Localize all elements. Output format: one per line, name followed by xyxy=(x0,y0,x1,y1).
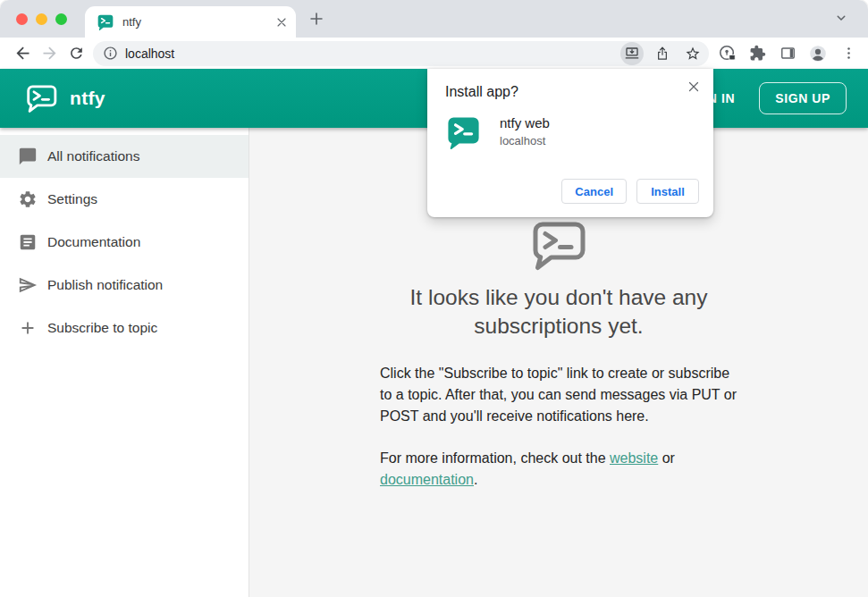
toolbar-extensions-area xyxy=(714,41,861,66)
minimize-window-button[interactable] xyxy=(36,13,47,25)
sidebar-item-subscribe-to-topic[interactable]: Subscribe to topic xyxy=(0,307,249,349)
tab-strip: ntfy xyxy=(0,0,868,38)
sidebar-item-label: Settings xyxy=(47,191,97,207)
browser-toolbar: localhost xyxy=(0,38,868,69)
tab-close-icon[interactable] xyxy=(274,15,289,29)
install-app-dialog: Install app? ntfy web localhost Cancel I… xyxy=(427,69,713,217)
address-bar[interactable]: localhost xyxy=(93,41,709,66)
sidebar-item-label: Documentation xyxy=(47,234,140,250)
dialog-app-origin: localhost xyxy=(500,134,550,147)
plus-icon xyxy=(18,318,38,338)
cancel-button[interactable]: Cancel xyxy=(561,179,627,204)
info-text: or xyxy=(658,450,675,466)
empty-state-info: For more information, check out the webs… xyxy=(380,448,737,491)
sidebar-item-label: Subscribe to topic xyxy=(47,320,157,336)
send-icon xyxy=(18,275,38,295)
chat-bubble-icon xyxy=(18,147,38,166)
close-window-button[interactable] xyxy=(16,13,28,25)
install-button[interactable]: Install xyxy=(636,179,699,204)
dialog-title: Install app? xyxy=(445,84,699,100)
sidebar-item-documentation[interactable]: Documentation xyxy=(0,221,249,264)
maximize-window-button[interactable] xyxy=(55,13,67,25)
side-panel-icon[interactable] xyxy=(775,41,800,66)
empty-state-paragraph: Click the "Subscribe to topic" link to c… xyxy=(380,363,737,427)
window-controls xyxy=(16,13,67,25)
gear-icon xyxy=(18,189,38,209)
share-icon[interactable] xyxy=(651,42,674,65)
sign-up-button[interactable]: SIGN UP xyxy=(759,82,847,114)
profile-avatar-icon[interactable] xyxy=(805,41,830,66)
sidebar-item-all-notifications[interactable]: All notifications xyxy=(0,135,249,178)
dialog-app-name: ntfy web xyxy=(500,115,550,130)
sidebar-item-publish-notification[interactable]: Publish notification xyxy=(0,264,249,307)
password-manager-icon[interactable] xyxy=(714,41,739,66)
bookmark-star-icon[interactable] xyxy=(681,42,704,65)
dialog-close-icon[interactable] xyxy=(686,79,702,95)
back-icon[interactable] xyxy=(9,40,36,67)
info-text: For more information, check out the xyxy=(380,450,610,466)
empty-state-heading: It looks like you don't have anysubscrip… xyxy=(380,283,737,341)
tab-search-chevron-icon[interactable] xyxy=(832,9,850,27)
new-tab-icon[interactable] xyxy=(307,9,326,29)
sidebar: All notifications Settings Documentation… xyxy=(0,128,249,597)
documentation-link[interactable]: documentation xyxy=(380,472,474,487)
extensions-puzzle-icon[interactable] xyxy=(745,41,770,66)
install-app-icon[interactable] xyxy=(620,42,644,65)
ntfy-empty-state-logo-icon xyxy=(530,220,587,272)
site-info-icon[interactable] xyxy=(103,46,118,61)
sidebar-item-settings[interactable]: Settings xyxy=(0,178,249,221)
dialog-app-info: ntfy web localhost xyxy=(445,114,699,151)
ntfy-app-icon xyxy=(445,114,482,151)
article-icon xyxy=(18,232,38,252)
info-text: . xyxy=(474,472,477,487)
brand-title: ntfy xyxy=(70,88,105,109)
tab-title: ntfy xyxy=(122,15,266,29)
sidebar-item-label: All notifications xyxy=(47,148,139,164)
sidebar-item-label: Publish notification xyxy=(47,277,163,293)
menu-kebab-icon[interactable] xyxy=(836,41,861,66)
url-text: localhost xyxy=(125,46,613,61)
browser-window: ntfy localhost xyxy=(0,0,868,597)
website-link[interactable]: website xyxy=(610,450,658,466)
reload-icon[interactable] xyxy=(63,40,89,67)
ntfy-favicon-icon xyxy=(97,13,114,31)
browser-tab-ntfy[interactable]: ntfy xyxy=(85,6,296,38)
ntfy-logo-icon xyxy=(25,84,58,114)
forward-icon[interactable] xyxy=(36,40,63,67)
